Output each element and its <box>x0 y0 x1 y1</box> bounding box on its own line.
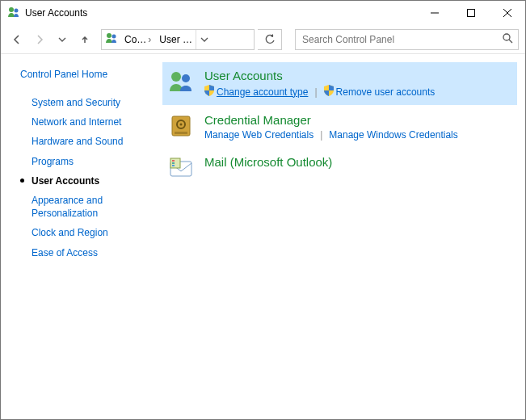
link-label: Remove user accounts <box>336 86 436 98</box>
category-link[interactable]: Change account type <box>204 85 308 99</box>
breadcrumb-segment-2[interactable]: User … <box>156 30 196 49</box>
category-row: Mail (Microsoft Outlook) <box>162 149 517 187</box>
svg-point-1 <box>15 8 19 12</box>
sidebar: Control Panel Home System and SecurityNe… <box>1 54 162 419</box>
content-area: Control Panel Home System and SecurityNe… <box>1 54 525 419</box>
address-bar[interactable]: Co… › User … <box>101 29 255 50</box>
sidebar-item[interactable]: Clock and Region <box>20 223 154 242</box>
category-title[interactable]: Mail (Microsoft Outlook) <box>204 155 504 169</box>
svg-rect-20 <box>172 165 175 166</box>
app-icon <box>7 6 20 21</box>
main-pane: User AccountsChange account type|Remove … <box>162 54 525 419</box>
up-button[interactable] <box>75 30 95 49</box>
svg-rect-15 <box>175 132 187 134</box>
sidebar-item[interactable]: System and Security <box>20 93 154 112</box>
category-icon <box>167 69 195 99</box>
minimize-button[interactable] <box>416 1 452 25</box>
svg-rect-17 <box>170 158 180 168</box>
link-separator: | <box>320 129 322 141</box>
category-link[interactable]: Remove user accounts <box>324 85 436 99</box>
title-bar: User Accounts <box>1 1 525 25</box>
svg-point-11 <box>182 74 190 82</box>
breadcrumb-label: User … <box>159 34 192 45</box>
category-link[interactable]: Manage Windows Credentials <box>329 129 457 141</box>
svg-point-7 <box>112 35 116 39</box>
maximize-button[interactable] <box>452 1 489 25</box>
svg-point-0 <box>9 7 14 12</box>
svg-point-14 <box>180 124 183 126</box>
sidebar-list: System and SecurityNetwork and InternetH… <box>20 93 154 262</box>
link-label: Manage Web Credentials <box>204 129 313 141</box>
sidebar-item[interactable]: Ease of Access <box>20 243 154 262</box>
category-title[interactable]: User Accounts <box>204 69 504 82</box>
sidebar-item[interactable]: User Accounts <box>20 171 154 191</box>
search-icon[interactable] <box>502 32 513 46</box>
link-separator: | <box>314 86 317 98</box>
category-icon <box>167 155 195 181</box>
category-link[interactable]: Manage Web Credentials <box>204 129 313 141</box>
refresh-button[interactable] <box>258 29 282 50</box>
svg-point-10 <box>171 72 181 82</box>
svg-point-8 <box>503 34 510 40</box>
category-row: User AccountsChange account type|Remove … <box>162 62 517 105</box>
address-dropdown-button[interactable] <box>196 30 212 49</box>
chevron-right-icon: › <box>148 34 151 45</box>
shield-icon <box>324 85 334 99</box>
svg-line-9 <box>509 40 512 43</box>
category-icon <box>167 113 195 141</box>
window-title: User Accounts <box>25 7 87 19</box>
search-box[interactable] <box>295 29 519 50</box>
svg-point-6 <box>107 33 112 38</box>
svg-rect-19 <box>172 162 175 164</box>
sidebar-item[interactable]: Programs <box>20 152 154 171</box>
address-icon <box>105 32 118 47</box>
search-input[interactable] <box>301 33 502 46</box>
nav-bar: Co… › User … <box>1 25 525 54</box>
link-label: Manage Windows Credentials <box>329 129 457 141</box>
sidebar-item[interactable]: Network and Internet <box>20 112 154 132</box>
close-button[interactable] <box>489 1 525 25</box>
sidebar-home-link[interactable]: Control Panel Home <box>20 69 154 80</box>
svg-rect-3 <box>467 10 474 17</box>
category-title[interactable]: Credential Manager <box>204 113 504 127</box>
shield-icon <box>204 85 214 99</box>
link-label: Change account type <box>217 86 308 98</box>
breadcrumb-segment-1[interactable]: Co… › <box>121 30 156 49</box>
sidebar-item[interactable]: Appearance and Personalization <box>20 191 154 223</box>
breadcrumb-label: Co… <box>124 34 146 45</box>
forward-button[interactable] <box>30 30 49 49</box>
svg-rect-18 <box>172 160 175 162</box>
back-button[interactable] <box>7 30 27 49</box>
recent-locations-button[interactable] <box>53 30 72 49</box>
category-row: Credential ManagerManage Web Credentials… <box>162 107 517 147</box>
sidebar-item[interactable]: Hardware and Sound <box>20 132 154 151</box>
